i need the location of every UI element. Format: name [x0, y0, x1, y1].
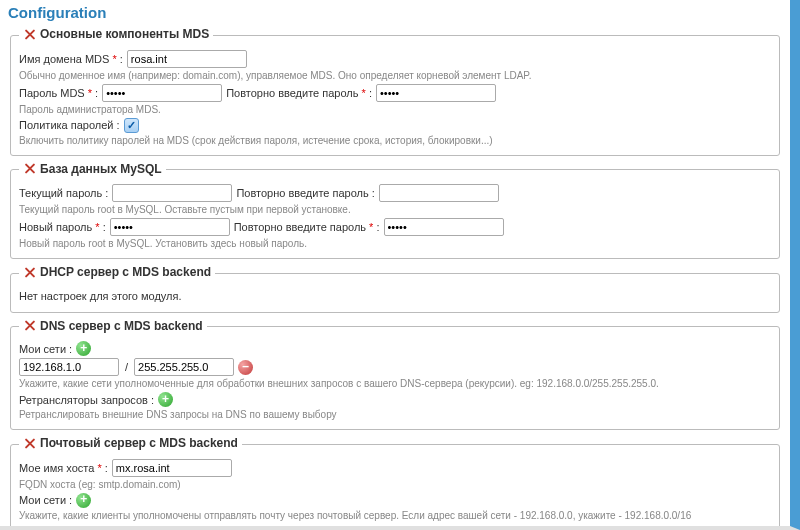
- section-dhcp: DHCP сервер с MDS backend Нет настроек д…: [10, 265, 780, 313]
- section-mysql: База данных MySQL Текущий пароль : Повто…: [10, 162, 780, 260]
- label-mysql-new: Новый пароль * :: [19, 221, 106, 233]
- hint-dns-nets: Укажите, какие сети уполномоченные для о…: [19, 378, 771, 390]
- label-dns-nets: Мои сети :: [19, 343, 72, 355]
- label-mds-pwd: Пароль MDS * :: [19, 87, 98, 99]
- input-mds-pwd-repeat[interactable]: [376, 84, 496, 102]
- legend-mail: Почтовый сервер с MDS backend: [40, 436, 238, 450]
- legend-mysql: База данных MySQL: [40, 162, 162, 176]
- input-mysql-cur[interactable]: [112, 184, 232, 202]
- label-mysql-new-repeat: Повторно введите пароль * :: [234, 221, 380, 233]
- section-mail: Почтовый сервер с MDS backend Мое имя хо…: [10, 436, 780, 530]
- input-mysql-new-repeat[interactable]: [384, 218, 504, 236]
- close-icon[interactable]: [23, 437, 36, 450]
- hint-mysql-cur: Текущий пароль root в MySQL. Оставьте пу…: [19, 204, 771, 216]
- section-mds-core: Основные компоненты MDS Имя домена MDS *…: [10, 27, 780, 156]
- hint-mds-pwd: Пароль администратора MDS.: [19, 104, 771, 116]
- section-dns: DNS сервер с MDS backend Мои сети : / Ук…: [10, 319, 780, 431]
- input-mds-domain[interactable]: [127, 50, 247, 68]
- close-icon[interactable]: [23, 28, 36, 41]
- label-mysql-cur-repeat: Повторно введите пароль :: [236, 187, 374, 199]
- input-dns-net-addr[interactable]: [19, 358, 119, 376]
- input-mds-pwd[interactable]: [102, 84, 222, 102]
- label-pwd-policy: Политика паролей :: [19, 119, 120, 131]
- hint-pwd-policy: Включить политику паролей на MDS (срок д…: [19, 135, 771, 147]
- input-dns-net-mask[interactable]: [134, 358, 234, 376]
- legend-dhcp: DHCP сервер с MDS backend: [40, 265, 211, 279]
- input-mysql-cur-repeat[interactable]: [379, 184, 499, 202]
- hint-mds-domain: Обычно доменное имя (например: domain.co…: [19, 70, 771, 82]
- remove-icon[interactable]: [238, 360, 253, 375]
- close-icon[interactable]: [23, 319, 36, 332]
- hint-mysql-new: Новый пароль root в MySQL. Установить зд…: [19, 238, 771, 250]
- close-icon[interactable]: [23, 162, 36, 175]
- label-mds-domain: Имя домена MDS * :: [19, 53, 123, 65]
- label-mysql-cur: Текущий пароль :: [19, 187, 108, 199]
- close-icon[interactable]: [23, 266, 36, 279]
- hint-mail-host: FQDN хоста (eg: smtp.domain.com): [19, 479, 771, 491]
- legend-mds-core: Основные компоненты MDS: [40, 27, 209, 41]
- hint-mail-nets: Укажите, какие клиенты уполномочены отпр…: [19, 510, 771, 522]
- legend-dns: DNS сервер с MDS backend: [40, 319, 203, 333]
- input-mysql-new[interactable]: [110, 218, 230, 236]
- slash-separator: /: [123, 361, 130, 373]
- label-mail-nets: Мои сети :: [19, 494, 72, 506]
- label-mds-pwd-repeat: Повторно введите пароль * :: [226, 87, 372, 99]
- dhcp-empty-text: Нет настроек для этого модуля.: [19, 286, 771, 306]
- add-icon[interactable]: [158, 392, 173, 407]
- label-mail-host: Мое имя хоста * :: [19, 462, 108, 474]
- label-dns-relay: Ретрансляторы запросов :: [19, 394, 154, 406]
- page-title: Configuration: [0, 0, 790, 23]
- add-icon[interactable]: [76, 341, 91, 356]
- checkbox-pwd-policy[interactable]: [124, 118, 139, 133]
- hint-dns-relay: Ретранслировать внешние DNS запросы на D…: [19, 409, 771, 421]
- input-mail-host[interactable]: [112, 459, 232, 477]
- add-icon[interactable]: [76, 493, 91, 508]
